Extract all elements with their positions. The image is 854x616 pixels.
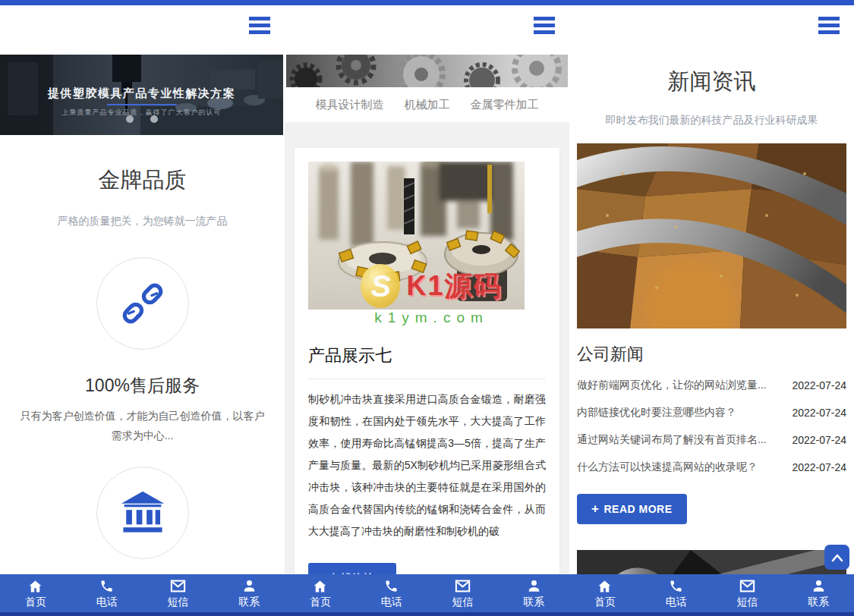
mobile-header <box>285 5 569 55</box>
product-category-tabs: 模具设计制造 机械加工 金属零件加工 <box>285 87 569 122</box>
product-section: S K1源码 k1ym.com 产品展示七 制砂机冲击块直接采用进口高质合金锻造… <box>285 122 569 616</box>
feature-icon-circle <box>96 467 189 559</box>
product-description: 制砂机冲击块直接采用进口高质合金锻造，耐磨强度和韧性，在国内处于领先水平，大大提… <box>308 388 546 542</box>
news-feature-image[interactable] <box>577 143 846 328</box>
news-item-title: 内部链接优化时要注意哪些内容？ <box>577 406 736 420</box>
nav-item-home[interactable]: 首页 <box>285 574 356 612</box>
slider-dot[interactable] <box>126 115 134 123</box>
nav-label: 联系 <box>238 596 260 609</box>
phone-icon <box>669 578 683 594</box>
tab-mold-design[interactable]: 模具设计制造 <box>316 98 384 112</box>
watermark-domain: k1ym.com <box>319 310 544 326</box>
hamburger-menu-icon[interactable] <box>818 17 840 34</box>
nav-label: 首页 <box>594 596 616 609</box>
phone-view-right: 新闻资讯 即时发布我们最新的科技产品及行业科研成果 <box>569 0 854 616</box>
nav-item-contact[interactable]: 联系 <box>213 574 285 612</box>
news-list-item[interactable]: 通过网站关键词布局了解没有首页排名... 2022-07-24 <box>577 426 846 454</box>
mobile-header <box>0 5 285 55</box>
sms-envelope-icon <box>739 578 755 594</box>
product-image[interactable]: S K1源码 k1ym.com <box>308 162 525 310</box>
feature-aftersales: 100%售后服务 只有为客户创造价值，才能为自己创造价值，以客户需求为中心... <box>0 257 285 445</box>
scroll-to-top-button[interactable] <box>824 545 849 570</box>
bottom-nav: 首页 电话 短信 联系 <box>569 574 854 616</box>
gears-image <box>286 55 568 87</box>
news-section-subtitle: 即时发布我们最新的科技产品及行业科研成果 <box>569 114 854 127</box>
news-item-date: 2022-07-24 <box>792 434 846 446</box>
contact-person-icon <box>811 578 826 594</box>
milling-tools-image <box>308 162 525 310</box>
sms-envelope-icon <box>170 578 186 594</box>
news-item-date: 2022-07-24 <box>792 379 846 391</box>
chevron-up-icon <box>831 553 843 562</box>
feature-text: 只有为客户创造价值，才能为自己创造价值，以客户需求为中心... <box>16 406 269 445</box>
contact-person-icon <box>242 578 257 594</box>
read-more-wrap: + READ MORE <box>577 494 846 524</box>
home-icon <box>27 578 43 594</box>
hero-underline <box>107 104 177 105</box>
news-list-item[interactable]: 做好前端网页优化，让你的网站浏览量... 2022-07-24 <box>577 372 846 399</box>
nav-item-sms[interactable]: 短信 <box>427 574 499 612</box>
news-category-title: 公司新闻 <box>577 343 846 366</box>
nav-item-phone[interactable]: 电话 <box>71 574 143 612</box>
nav-label: 短信 <box>452 596 473 609</box>
slider-dots <box>0 112 283 126</box>
nav-label: 联系 <box>808 596 829 609</box>
gears-banner-image <box>286 55 568 87</box>
phone-view-left: 提供塑胶模具产品专业性解决方案 上乘质量产品专业品质，赢得了广大客户的认可 金牌… <box>0 0 285 616</box>
nav-label: 首页 <box>310 596 331 609</box>
phone-icon <box>99 578 114 594</box>
nav-label: 电话 <box>96 596 118 609</box>
divider <box>308 379 546 379</box>
news-list-item[interactable]: 什么方法可以快速提高网站的收录呢？ 2022-07-24 <box>577 454 846 481</box>
tab-metal-parts[interactable]: 金属零件加工 <box>471 98 539 112</box>
read-more-label: READ MORE <box>603 503 672 515</box>
home-icon <box>597 578 613 594</box>
nav-item-sms[interactable]: 短信 <box>712 574 783 612</box>
nav-label: 短信 <box>167 596 188 609</box>
nav-label: 电话 <box>666 596 687 609</box>
hero-title: 提供塑胶模具产品专业性解决方案 <box>0 86 283 101</box>
news-item-title: 通过网站关键词布局了解没有首页排名... <box>577 433 767 447</box>
news-item-title: 做好前端网页优化，让你的网站浏览量... <box>577 379 767 392</box>
nav-item-phone[interactable]: 电话 <box>356 574 427 612</box>
metal-sculpture-image <box>577 143 846 328</box>
sms-envelope-icon <box>455 578 471 594</box>
hero-slider: 提供塑胶模具产品专业性解决方案 上乘质量产品专业品质，赢得了广大客户的认可 <box>0 55 283 135</box>
quality-section: 金牌品质 严格的质量把关，为您铸就一流产品 <box>0 135 285 616</box>
nav-item-phone[interactable]: 电话 <box>641 574 712 612</box>
contact-person-icon <box>527 578 541 594</box>
top-accent-bar <box>0 0 285 5</box>
tab-machining[interactable]: 机械加工 <box>405 98 450 112</box>
responsive-preview: 提供塑胶模具产品专业性解决方案 上乘质量产品专业品质，赢得了广大客户的认可 金牌… <box>0 0 854 616</box>
bottom-nav: 首页 电话 短信 联系 <box>0 574 285 616</box>
feature-icon-circle <box>96 257 189 350</box>
news-section-header: 新闻资讯 即时发布我们最新的科技产品及行业科研成果 <box>569 55 854 127</box>
nav-label: 联系 <box>523 596 544 609</box>
nav-label: 首页 <box>25 596 46 609</box>
phone-view-middle: 模具设计制造 机械加工 金属零件加工 <box>285 0 569 616</box>
nav-item-home[interactable]: 首页 <box>0 574 71 612</box>
plus-icon: + <box>591 501 599 517</box>
hamburger-menu-icon[interactable] <box>249 17 270 34</box>
phone-icon <box>384 578 399 594</box>
nav-item-home[interactable]: 首页 <box>569 574 641 612</box>
nav-item-contact[interactable]: 联系 <box>783 574 854 612</box>
news-item-title: 什么方法可以快速提高网站的收录呢？ <box>577 460 758 474</box>
nav-label: 短信 <box>736 596 758 609</box>
bank-icon <box>118 489 167 537</box>
news-section-title: 新闻资讯 <box>569 55 854 97</box>
news-list-item[interactable]: 内部链接优化时要注意哪些内容？ 2022-07-24 <box>577 399 846 426</box>
news-list: 做好前端网页优化，让你的网站浏览量... 2022-07-24 内部链接优化时要… <box>577 372 846 481</box>
nav-label: 电话 <box>381 596 402 609</box>
nav-item-contact[interactable]: 联系 <box>498 574 569 612</box>
news-item-date: 2022-07-24 <box>792 407 846 419</box>
nav-item-sms[interactable]: 短信 <box>143 574 214 612</box>
top-accent-bar <box>569 0 854 5</box>
read-more-button[interactable]: + READ MORE <box>577 494 687 524</box>
feature-title: 100%售后服务 <box>0 374 285 398</box>
product-title: 产品展示七 <box>308 344 546 367</box>
slider-dot[interactable] <box>150 115 158 123</box>
hamburger-menu-icon[interactable] <box>534 17 555 34</box>
section-subtitle: 严格的质量把关，为您铸就一流产品 <box>0 215 285 228</box>
section-title: 金牌品质 <box>0 135 285 196</box>
